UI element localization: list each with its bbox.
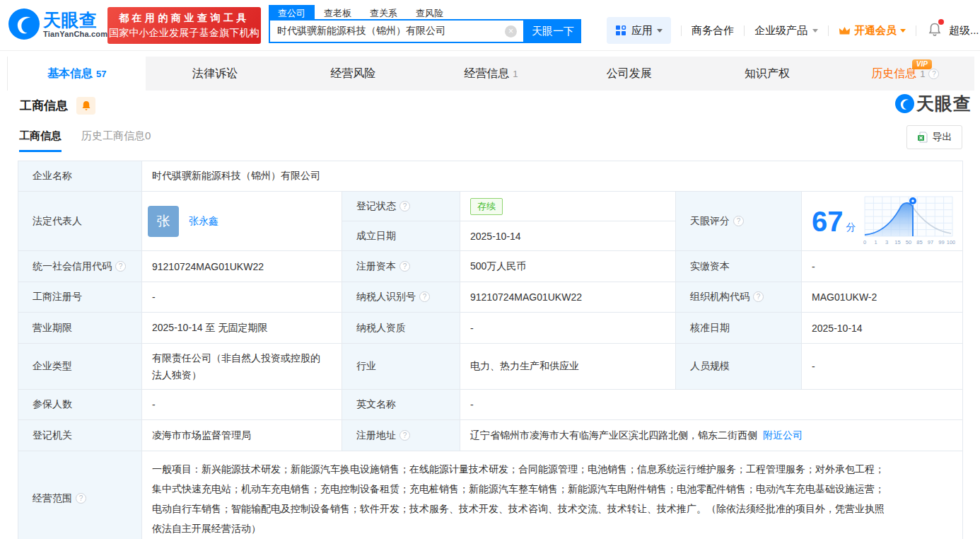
tianyancha-logo[interactable]: 天眼查 TianYanCha.com [8,8,107,40]
slogan-line1: 都在用的商业查询工具 [107,10,261,25]
tab-count: 57 [96,69,106,79]
watermark-text: 天眼查 [916,92,972,115]
table-row: 登记机关 凌海市市场监督管理局 注册地址? 辽宁省锦州市凌海市大有临海产业区滨北… [18,420,963,451]
subtab-business-info[interactable]: 工商信息 [19,129,62,152]
section-title: 工商信息 [20,98,68,114]
export-button[interactable]: 导出 [906,125,962,149]
tab-company-development[interactable]: 公司发展 [560,57,698,91]
field-label: 注册地址? [342,420,460,451]
score-unit: 分 [846,221,856,234]
svg-text:1: 1 [874,239,877,245]
search-input[interactable] [270,25,505,37]
bell-icon [81,100,91,111]
tab-label: 法律诉讼 [192,67,238,79]
field-label: 注册资本? [342,251,460,282]
menu-business-cooperation[interactable]: 商务合作 [692,24,734,37]
menu-enterprise-products[interactable]: 企业级产品 [754,24,807,37]
field-label: 经营范围? [18,451,142,539]
help-icon[interactable]: ? [399,430,410,441]
avatar[interactable]: 张 [148,206,179,237]
tab-legal-proceedings[interactable]: 法律诉讼 [146,57,284,91]
field-label: 登记状态? [342,192,460,221]
table-row: 统一社会信用代码? 91210724MAG01UKW22 注册资本? 500万人… [18,251,963,282]
apps-grid-icon [615,25,626,36]
divider [744,25,745,36]
reg-address-label: 注册地址 [356,429,396,441]
reg-address-cell: 辽宁省锦州市凌海市大有临海产业区滨北四路北侧，锦东二街西侧附近公司 [460,420,963,451]
menu-open-vip[interactable]: 开通会员 [839,24,906,37]
field-label: 组织机构代码? [676,282,802,313]
help-icon[interactable]: ? [733,216,744,226]
chevron-down-icon [812,29,818,33]
help-icon[interactable]: ? [419,291,430,302]
crown-icon [839,25,851,36]
notification-bell[interactable] [928,22,942,39]
search-button[interactable]: 天眼一下 [525,19,581,43]
tab-history-info[interactable]: 历史信息1?VIP [836,57,974,91]
score-cell[interactable]: 67 分 [802,192,963,251]
score-distribution-chart: 0 1 3 15 50 85 97 99 100 [862,195,955,248]
chevron-down-icon [657,29,663,33]
tianyancha-logo-icon [895,94,914,113]
field-label: 纳税人识别号? [342,282,460,313]
field-label: 法定代表人 [18,192,142,251]
tab-operation-info[interactable]: 经营信息1 [422,57,560,91]
table-row: 工商注册号 - 纳税人识别号? 91210724MAG01UKW22 组织机构代… [18,282,963,313]
company-name: 时代骐骥新能源科技（锦州）有限公司 [142,161,963,192]
credit-code-label: 统一社会信用代码 [33,260,112,272]
menu-super-vip[interactable]: 超级... [949,24,979,37]
table-row: 经营范围? 一般项目：新兴能源技术研发；新能源汽车换电设施销售；在线能源计量技术… [18,451,963,539]
clear-search-icon[interactable]: × [505,25,517,37]
help-icon[interactable]: ? [76,493,86,504]
section-header: 工商信息 [20,97,95,115]
table-row: 法定代表人 张 张永鑫 登记状态? 存续 天眼评分? 67 分 [18,192,963,221]
tab-operation-risk[interactable]: 经营风险 [284,57,422,91]
help-icon[interactable]: ? [399,261,410,272]
header-divider [0,50,980,51]
reg-number: - [142,282,342,313]
slogan-badge: 都在用的商业查询工具 国家中小企业发展子基金旗下机构 [107,7,261,44]
tab-intellectual-property[interactable]: 知识产权 [698,57,836,91]
help-icon[interactable]: ? [753,291,764,302]
tab-label: 知识产权 [745,67,790,79]
org-code: MAG01UKW-2 [802,282,963,313]
notification-dot [938,19,944,25]
subscribe-bell-button[interactable] [76,97,95,115]
watermark-logo: 天眼查 [895,92,972,115]
taxpayer-quality: - [460,313,676,344]
chevron-down-icon [900,29,906,33]
field-label: 统一社会信用代码? [18,251,142,282]
taxpayer-id: 91210724MAG01UKW22 [460,282,676,313]
field-label: 成立日期 [342,221,460,251]
tab-basic-info[interactable]: 基本信息57 [8,57,146,91]
brand-domain: TianYanCha.com [43,30,107,38]
subtab-history-business-info[interactable]: 历史工商信息0 [81,129,151,152]
field-label: 英文名称 [342,390,460,420]
svg-text:15: 15 [894,239,900,245]
help-icon[interactable]: ? [115,261,126,272]
legal-rep-link[interactable]: 张永鑫 [189,215,218,228]
nearby-companies-link[interactable]: 附近公司 [763,429,803,441]
help-icon[interactable]: ? [399,201,410,211]
apps-button[interactable]: 应用 [607,17,671,44]
legal-rep-cell: 张 张永鑫 [142,192,342,251]
credit-code: 91210724MAG01UKW22 [142,251,342,282]
reg-capital: 500万人民币 [460,251,676,282]
paid-capital: - [802,251,963,282]
field-label: 企业类型 [18,344,142,390]
header-menu: 应用 商务合作 企业级产品 开通会员 超级... [607,17,980,44]
field-label: 企业名称 [18,161,142,192]
brand-name: 天眼查 [43,10,107,30]
divider [828,25,829,36]
help-icon[interactable]: ? [928,69,939,79]
reg-address: 辽宁省锦州市凌海市大有临海产业区滨北四路北侧，锦东二街西侧 [470,429,757,441]
establish-date: 2025-10-14 [460,221,676,251]
field-label: 登记机关 [18,420,142,451]
tab-label: 基本信息 [47,67,93,79]
field-label: 参保人数 [18,390,142,420]
tab-count: 1 [513,69,518,79]
english-name: - [460,390,963,420]
subtabs: 工商信息 历史工商信息0 [19,129,151,152]
apps-label: 应用 [631,24,653,37]
company-nav-tabs: 基本信息57 法律诉讼 经营风险 经营信息1 公司发展 知识产权 历史信息1?V… [7,57,974,91]
